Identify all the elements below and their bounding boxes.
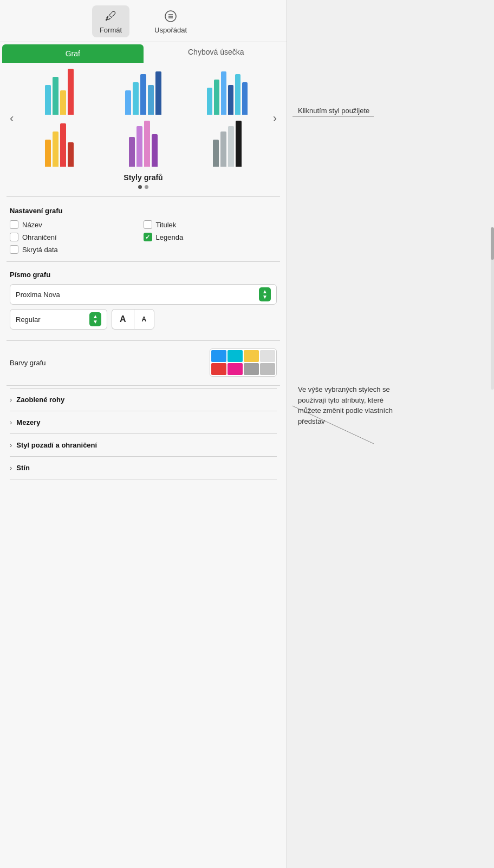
bar bbox=[235, 74, 240, 115]
expand-mezery[interactable]: › Mezery bbox=[10, 411, 277, 433]
divider-2 bbox=[6, 261, 280, 262]
swatch-red bbox=[211, 363, 226, 375]
checkbox-titulek-box[interactable] bbox=[144, 220, 152, 229]
bar bbox=[125, 90, 131, 115]
bar bbox=[53, 131, 58, 167]
bar bbox=[144, 121, 150, 167]
font-size-small-button[interactable]: A bbox=[134, 309, 155, 330]
font-size-buttons: A A bbox=[112, 309, 154, 330]
expand-zaoblene-label: Zaoblené rohy bbox=[16, 396, 64, 404]
divider-4 bbox=[6, 385, 280, 386]
annotation-1-text: Kliknutím styl použijete bbox=[298, 107, 369, 115]
checkbox-skryta-label: Skrytá data bbox=[22, 246, 58, 254]
font-style-row: Regular ▲ ▼ A A bbox=[10, 309, 277, 330]
annotation-lines-svg bbox=[287, 0, 494, 868]
arrange-label: Uspořádat bbox=[154, 26, 187, 34]
sidebar: 🖊 Formát Uspořádat Graf Chybová úsečka bbox=[0, 0, 287, 868]
prev-chart-button[interactable]: ‹ bbox=[6, 110, 17, 127]
arrange-button[interactable]: Uspořádat bbox=[147, 5, 194, 37]
bar bbox=[140, 74, 146, 115]
tab-chybova[interactable]: Chybová úsečka bbox=[146, 42, 287, 63]
swatch-blue bbox=[211, 350, 226, 362]
color-swatch-grid[interactable] bbox=[210, 348, 277, 377]
chart-item-1[interactable] bbox=[19, 68, 100, 117]
chart-item-3[interactable] bbox=[187, 68, 268, 117]
expand-section: › Zaoblené rohy › Mezery › Styl pozadí a… bbox=[0, 388, 287, 479]
chart-nav: ‹ bbox=[6, 68, 280, 169]
font-section: Písmo grafu Proxima Nova ▲ ▼ Regular ▲ ▼ bbox=[0, 264, 287, 338]
next-chart-button[interactable]: › bbox=[270, 110, 280, 127]
expand-zaoblene[interactable]: › Zaoblené rohy bbox=[10, 388, 277, 411]
annotation-2-text: Ve výše vybraných stylech se používají t… bbox=[298, 385, 393, 425]
checkbox-legenda: Legenda bbox=[144, 233, 277, 241]
font-style-value: Regular bbox=[16, 315, 41, 324]
chart-item-6[interactable] bbox=[187, 120, 268, 169]
bar bbox=[213, 140, 219, 167]
expand-stin[interactable]: › Stín bbox=[10, 456, 277, 479]
font-name-arrows: ▲ ▼ bbox=[259, 287, 271, 301]
bar bbox=[60, 123, 66, 167]
bar bbox=[60, 90, 66, 115]
checkbox-nazev: Název bbox=[10, 220, 144, 229]
checkbox-titulek-label: Titulek bbox=[156, 221, 177, 229]
checkbox-nazev-box[interactable] bbox=[10, 220, 18, 229]
bar bbox=[228, 126, 234, 167]
tab-graf[interactable]: Graf bbox=[2, 44, 144, 63]
checkbox-titulek: Titulek bbox=[144, 220, 277, 229]
dot-2 bbox=[145, 185, 148, 189]
checkbox-ohraniceni-label: Ohraničení bbox=[22, 233, 57, 241]
page-wrapper: 🖊 Formát Uspořádat Graf Chybová úsečka bbox=[0, 0, 494, 868]
format-icon: 🖊 bbox=[103, 9, 119, 24]
chart-item-2[interactable] bbox=[103, 68, 184, 117]
dots-row bbox=[6, 185, 280, 189]
chevron-right-icon-4: › bbox=[10, 464, 12, 472]
expand-mezery-label: Mezery bbox=[16, 418, 40, 426]
checkbox-legenda-box[interactable] bbox=[144, 233, 152, 241]
swatch-pink bbox=[227, 363, 243, 375]
bar bbox=[236, 121, 242, 167]
checkbox-ohraniceni-box[interactable] bbox=[10, 233, 18, 241]
bar bbox=[220, 131, 226, 167]
annotation-2: Ve výše vybraných stylech se používají t… bbox=[298, 384, 406, 426]
font-name-select[interactable]: Proxima Nova ▲ ▼ bbox=[10, 284, 277, 305]
font-size-large-button[interactable]: A bbox=[112, 309, 134, 330]
chart-grid bbox=[17, 68, 269, 169]
bar bbox=[228, 85, 233, 115]
checkbox-grid: Název Titulek Ohraničení Legenda bbox=[10, 220, 277, 254]
font-name-value: Proxima Nova bbox=[16, 291, 60, 299]
checkbox-skryta-box[interactable] bbox=[10, 245, 18, 254]
expand-stin-label: Stín bbox=[16, 464, 30, 472]
annotation-1: Kliknutím styl použijete bbox=[298, 106, 369, 116]
chevron-right-icon-3: › bbox=[10, 441, 12, 449]
bar bbox=[45, 85, 51, 115]
bar bbox=[129, 137, 135, 167]
chart-item-5[interactable] bbox=[103, 120, 184, 169]
checkbox-legenda-label: Legenda bbox=[156, 233, 184, 241]
colors-section: Barvy grafu bbox=[0, 343, 287, 383]
chevron-right-icon: › bbox=[10, 396, 12, 404]
dot-1 bbox=[138, 185, 142, 189]
expand-styl-pozadi[interactable]: › Styl pozadí a ohraničení bbox=[10, 433, 277, 456]
format-label: Formát bbox=[100, 26, 122, 34]
swatch-gray bbox=[244, 363, 259, 375]
nastaveni-section: Nastavení grafu Název Titulek Ohraničení bbox=[0, 199, 287, 259]
font-style-arrows: ▲ ▼ bbox=[89, 312, 101, 326]
font-style-select[interactable]: Regular ▲ ▼ bbox=[10, 309, 107, 330]
swatch-light bbox=[260, 350, 275, 362]
arrange-icon bbox=[163, 9, 178, 24]
chart-styles-label: Styly grafů bbox=[6, 173, 280, 182]
format-button[interactable]: 🖊 Formát bbox=[92, 5, 129, 37]
bar bbox=[214, 80, 219, 115]
divider-1 bbox=[6, 196, 280, 197]
bar bbox=[221, 71, 226, 115]
bar bbox=[68, 142, 74, 167]
swatch-yellow bbox=[244, 350, 259, 362]
bar bbox=[136, 126, 142, 167]
bar bbox=[68, 69, 74, 115]
bar bbox=[133, 82, 139, 115]
font-title: Písmo grafu bbox=[10, 271, 277, 279]
swatch-lightgray bbox=[260, 363, 275, 375]
chart-item-4[interactable] bbox=[19, 120, 100, 169]
annotations-area: Kliknutím styl použijete Ve výše vybraný… bbox=[287, 0, 494, 868]
bar bbox=[207, 88, 212, 115]
